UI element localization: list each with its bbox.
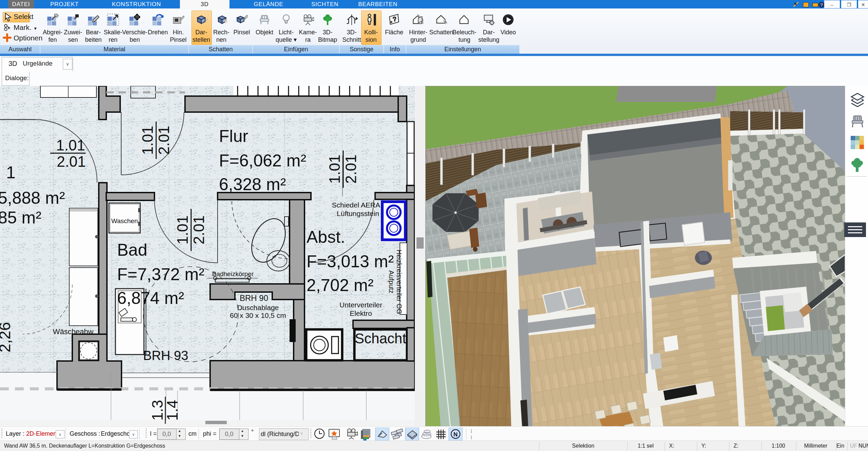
- svg-text:2.01: 2.01: [155, 126, 172, 155]
- svg-text:1.01: 1.01: [56, 137, 85, 154]
- svg-text:?: ?: [820, 2, 823, 7]
- svg-text:Aufputz: Aufputz: [388, 270, 395, 293]
- svg-text:Badheizkörper: Badheizkörper: [212, 270, 254, 277]
- svg-text:Bad: Bad: [117, 240, 147, 259]
- svg-text:Flur: Flur: [219, 127, 248, 146]
- svg-text:Elektro: Elektro: [350, 309, 372, 317]
- svg-text:2,702 m²: 2,702 m²: [307, 276, 373, 295]
- svg-text:1.01: 1.01: [174, 215, 191, 245]
- svg-text:BRH 93: BRH 93: [143, 348, 188, 363]
- svg-text:Schiedel AERA: Schiedel AERA: [332, 201, 380, 209]
- svg-text:1.3: 1.3: [149, 400, 166, 420]
- svg-text:1.01: 1.01: [139, 126, 156, 155]
- svg-text:1.4: 1.4: [164, 400, 181, 420]
- svg-text:Waschen: Waschen: [111, 217, 138, 224]
- svg-text:85 m²: 85 m²: [0, 208, 41, 227]
- svg-text:F=6,062 m²: F=6,062 m²: [219, 151, 306, 170]
- svg-text:Schacht: Schacht: [355, 330, 406, 346]
- svg-text:6,874 m²: 6,874 m²: [117, 289, 184, 308]
- svg-text:BRH 90: BRH 90: [240, 293, 268, 303]
- svg-text:1.01: 1.01: [326, 155, 343, 184]
- svg-text:Wäscheabw.: Wäscheabw.: [53, 327, 95, 336]
- svg-text:60 x 30 x 10,5 cm: 60 x 30 x 10,5 cm: [230, 311, 286, 319]
- svg-text:Abst.: Abst.: [307, 228, 345, 247]
- svg-text:F=7,372 m²: F=7,372 m²: [117, 265, 204, 284]
- svg-text:Heizkreisverteiler OG: Heizkreisverteiler OG: [395, 250, 403, 314]
- svg-text:F=3,013 m²: F=3,013 m²: [307, 252, 394, 271]
- svg-text:Lüftungsstein: Lüftungsstein: [337, 210, 379, 217]
- svg-text:1: 1: [6, 163, 16, 182]
- svg-text:N: N: [454, 431, 458, 438]
- svg-text:2.01: 2.01: [57, 153, 86, 170]
- svg-text:2,26: 2,26: [0, 322, 14, 353]
- svg-text:Duschablage: Duschablage: [237, 304, 279, 311]
- svg-text:6,328 m²: 6,328 m²: [219, 175, 286, 194]
- svg-text:2.01: 2.01: [190, 215, 207, 245]
- svg-text:5,888 m²: 5,888 m²: [0, 188, 65, 208]
- svg-text:Unterverteiler: Unterverteiler: [339, 301, 382, 309]
- svg-text:2.01: 2.01: [343, 155, 359, 184]
